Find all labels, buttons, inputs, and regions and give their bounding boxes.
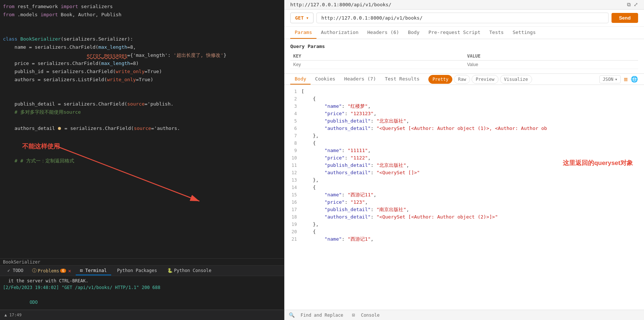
- json-line: 12 "authors_detail": "<QuerySet []>": [290, 169, 638, 176]
- method-dropdown-icon: ▾: [306, 15, 309, 21]
- find-replace-label[interactable]: Find and Replace: [301, 313, 343, 318]
- resp-options: Pretty Raw Preview Visualize: [428, 75, 532, 84]
- code-line: authors_detail = serializers.CharField(s…: [0, 125, 284, 133]
- resp-tab-body[interactable]: Body: [290, 74, 311, 85]
- json-line: 16 "price": "123",: [290, 199, 638, 206]
- json-line: 10 "price": "1122",: [290, 154, 638, 162]
- code-line: error_messages={'max_length': '超出长度了, 快修…: [0, 52, 284, 60]
- response-tabs: Body Cookies Headers (7) Test Results Pr…: [284, 74, 644, 85]
- copy-icon[interactable]: ⧉: [627, 1, 631, 8]
- code-line: [0, 19, 284, 27]
- terminal-line: [2/Feb/2023 19:48:02] "GET /api/v1/books…: [3, 284, 281, 291]
- postman-bottom-bar: 🔍 Find and Replace ⊡ Console: [284, 310, 644, 320]
- json-line: 8 {: [290, 140, 638, 147]
- code-line: [0, 117, 284, 125]
- tab-tests[interactable]: Tests: [485, 27, 508, 39]
- opt-raw[interactable]: Raw: [454, 75, 470, 84]
- json-line: 11 "publish_detail": "北京出版社",: [290, 162, 638, 169]
- query-params-section: Query Params KEY VALUE: [284, 39, 644, 73]
- code-line: class BookSerializer(serializers.Seriali…: [0, 35, 284, 44]
- code-line: [0, 84, 284, 92]
- json-line: 13 },: [290, 176, 638, 184]
- query-params-title: Query Params: [290, 44, 638, 49]
- code-line: from rest_framework import serializers: [0, 3, 284, 11]
- url-bar: GET ▾ Send: [284, 10, 644, 27]
- filter-icon[interactable]: ≡: [624, 75, 628, 83]
- json-line: 21 "name": "西游记1",: [290, 235, 638, 243]
- format-select[interactable]: JSON ▾: [599, 75, 621, 83]
- value-input[interactable]: [467, 62, 635, 67]
- response-section: Body Cookies Headers (7) Test Results Pr…: [284, 73, 644, 320]
- tab-headers[interactable]: Headers (6): [363, 27, 404, 39]
- code-line: [0, 27, 284, 35]
- json-line: 7 },: [290, 132, 638, 140]
- json-line: 4 "price": "123123",: [290, 110, 638, 117]
- tab-python-console[interactable]: 🐍 Python Console: [163, 266, 216, 275]
- opt-pretty[interactable]: Pretty: [428, 75, 452, 84]
- json-line: 6 "authors_detail": "<QuerySet [<Author:…: [290, 125, 638, 132]
- key-input[interactable]: [293, 62, 461, 67]
- method-select[interactable]: GET ▾: [290, 13, 314, 23]
- main-area: from rest_framework import serializers f…: [0, 0, 644, 320]
- json-line: 19 },: [290, 221, 638, 228]
- breadcrumb: BookSerializer: [0, 258, 284, 265]
- resp-tab-headers[interactable]: Headers (7): [340, 74, 380, 85]
- send-button[interactable]: Send: [612, 13, 638, 23]
- code-line: [0, 149, 284, 157]
- json-line: 5 "publish_detail": "北京出版社",: [290, 117, 638, 125]
- console-icon: ⊡: [352, 312, 355, 318]
- tab-problems[interactable]: ⓘProblems 6 ×: [29, 266, 74, 275]
- tab-terminal[interactable]: ⊡ Terminal: [76, 266, 111, 275]
- code-line: from .models import Book, Author, Publis…: [0, 11, 284, 19]
- resp-tab-test-results[interactable]: Test Results: [380, 74, 424, 85]
- terminal-cursor: ODO: [3, 292, 281, 310]
- tab-authorization[interactable]: Authorization: [316, 27, 363, 39]
- find-replace-bar: ▲ 17:49: [0, 310, 284, 320]
- url-input[interactable]: [316, 13, 609, 23]
- expand-icon[interactable]: ⤢: [634, 1, 638, 8]
- tab-pre-request[interactable]: Pre-request Script: [424, 27, 485, 39]
- code-line: [0, 133, 284, 141]
- globe-icon[interactable]: 🌐: [631, 76, 638, 83]
- terminal-tabs: ✓ TODO ⓘProblems 6 × ⊡ Terminal Python P…: [0, 266, 284, 276]
- find-replace-icon: 🔍: [289, 312, 295, 318]
- code-line: # 多对多字段不能使用source: [0, 109, 284, 117]
- resp-tab-cookies[interactable]: Cookies: [311, 74, 340, 85]
- code-area: from rest_framework import serializers f…: [0, 0, 284, 168]
- code-line: publish_detail = serializers.CharField(s…: [0, 100, 284, 109]
- url-display-bar: http://127.0.0.1:8000/api/v1/books/ ⧉ ⤢: [284, 0, 644, 10]
- tab-python-packages[interactable]: Python Packages: [113, 266, 161, 275]
- problems-count: 6: [60, 269, 66, 273]
- code-line: price = serializers.CharField(max_length…: [0, 60, 284, 68]
- postman-panel: http://127.0.0.1:8000/api/v1/books/ ⧉ ⤢ …: [284, 0, 644, 320]
- json-line: 18 "authors_detail": "<QuerySet [<Author…: [290, 213, 638, 221]
- code-line: # # 方式一：定制返回格式: [0, 157, 284, 165]
- json-line: 20 {: [290, 228, 638, 235]
- tab-todo[interactable]: ✓ TODO: [3, 266, 28, 275]
- console-label[interactable]: Console: [361, 313, 380, 318]
- tab-body[interactable]: Body: [404, 27, 424, 39]
- tab-settings[interactable]: Settings: [508, 27, 540, 39]
- tab-params[interactable]: Params: [290, 27, 316, 39]
- code-line: [0, 141, 284, 149]
- json-line: 17 "publish_detail": "南京出版社",: [290, 206, 638, 213]
- close-problems-icon[interactable]: ×: [68, 268, 71, 274]
- code-line: [0, 92, 284, 100]
- code-line: name = serializers.CharField(max_length=…: [0, 44, 284, 52]
- json-line: 3 "name": "红楼梦",: [290, 103, 638, 110]
- opt-visualize[interactable]: Visualize: [500, 75, 532, 84]
- json-line: 14 {: [290, 184, 638, 191]
- terminal-area: ✓ TODO ⓘProblems 6 × ⊡ Terminal Python P…: [0, 265, 284, 310]
- json-viewer: 这里返回的queryset对象 1 [ 2 { 3 "name": "红楼梦",…: [284, 85, 644, 310]
- param-row: [290, 61, 638, 69]
- params-table: KEY VALUE: [290, 52, 638, 69]
- json-line: 15 "name": "西游记11",: [290, 191, 638, 199]
- col-key: KEY: [290, 52, 464, 61]
- opt-preview[interactable]: Preview: [472, 75, 499, 84]
- editor-wrapper: from rest_framework import serializers f…: [0, 0, 284, 258]
- request-tabs: Params Authorization Headers (6) Body Pr…: [284, 27, 644, 39]
- json-line: 9 "name": "11111",: [290, 147, 638, 154]
- json-line: 2 {: [290, 95, 638, 103]
- terminal-content: it the server with CTRL-BREAK. [2/Feb/20…: [0, 276, 284, 310]
- code-line: publish_id = serializers.CharField(write…: [0, 68, 284, 76]
